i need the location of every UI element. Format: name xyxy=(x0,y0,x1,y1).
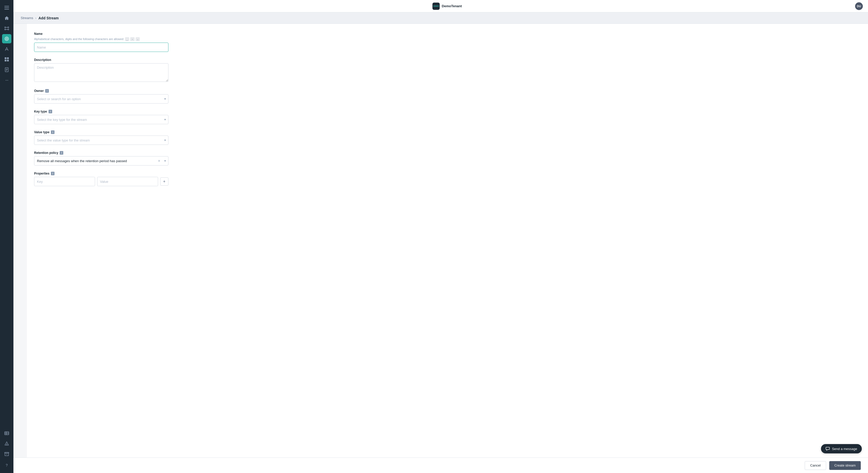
sidebar: ··· ? xyxy=(0,0,13,473)
svg-point-5 xyxy=(5,29,6,30)
owner-select[interactable]: Select or search for an option xyxy=(34,94,168,104)
properties-field-group: Properties i + xyxy=(34,172,168,186)
key-type-label: Key type i xyxy=(34,110,168,113)
svg-rect-20 xyxy=(5,432,9,435)
archive-icon[interactable] xyxy=(2,449,11,459)
key-type-hint-icon: i xyxy=(49,110,52,113)
create-stream-button[interactable]: Create stream xyxy=(829,461,861,470)
key-type-select-wrapper: Select the key type for the stream ▾ xyxy=(34,115,168,124)
footer-bar: Cancel Create stream xyxy=(13,458,868,473)
topbar-center: DEMO DemoTenant xyxy=(432,3,462,10)
menu-icon[interactable] xyxy=(2,3,11,12)
more-icon[interactable]: ··· xyxy=(2,75,11,85)
retention-policy-label: Retention policy i xyxy=(34,151,168,155)
retention-policy-hint-icon: i xyxy=(60,151,63,155)
svg-rect-26 xyxy=(5,452,9,453)
name-field-group: Name Alphabetical characters, digits and… xyxy=(34,32,168,52)
value-type-field-group: Value type i Select the value type for t… xyxy=(34,130,168,145)
send-message-button[interactable]: Send a message xyxy=(821,444,862,453)
owner-field-group: Owner i Select or search for an option ▾ xyxy=(34,89,168,104)
properties-row: + xyxy=(34,177,168,186)
properties-key-input[interactable] xyxy=(34,177,95,186)
description-field-group: Description xyxy=(34,58,168,83)
breadcrumb-separator: › xyxy=(35,16,36,20)
svg-point-3 xyxy=(5,27,6,28)
name-label: Name xyxy=(34,32,168,36)
owner-hint-icon: i xyxy=(45,89,49,93)
svg-rect-14 xyxy=(5,60,6,62)
retention-policy-clear-button[interactable]: × xyxy=(157,159,161,163)
properties-value-input[interactable] xyxy=(97,177,158,186)
tenant-logo-badge: DEMO xyxy=(432,3,440,10)
name-hint-badges: _ - . xyxy=(125,37,140,41)
owner-select-wrapper: Select or search for an option ▾ xyxy=(34,94,168,104)
retention-policy-select[interactable]: Remove all messages when the retention p… xyxy=(34,156,168,166)
breadcrumb: Streams › Add Stream xyxy=(13,12,868,24)
grid-icon[interactable] xyxy=(2,55,11,64)
retention-policy-field-group: Retention policy i Remove all messages w… xyxy=(34,151,168,166)
retention-policy-select-wrapper: Remove all messages when the retention p… xyxy=(34,156,168,166)
svg-rect-1 xyxy=(4,7,9,8)
name-input[interactable] xyxy=(34,43,168,52)
name-badge-dot: . xyxy=(135,37,140,41)
key-type-field-group: Key type i Select the key type for the s… xyxy=(34,110,168,124)
value-type-select[interactable]: Select the value type for the stream xyxy=(34,136,168,145)
chat-icon xyxy=(826,447,830,451)
topbar: DEMO DemoTenant DU xyxy=(13,0,868,12)
svg-point-9 xyxy=(5,37,8,40)
svg-rect-13 xyxy=(7,57,9,59)
home-icon[interactable] xyxy=(2,13,11,23)
svg-point-6 xyxy=(8,29,9,30)
doc-icon[interactable] xyxy=(2,65,11,74)
user-avatar[interactable]: DU xyxy=(855,2,863,10)
name-badge-dash: - xyxy=(130,37,134,41)
flow-icon[interactable] xyxy=(2,24,11,33)
value-type-select-wrapper: Select the value type for the stream ▾ xyxy=(34,136,168,145)
tenant-name: DemoTenant xyxy=(442,4,462,8)
svg-rect-15 xyxy=(7,60,9,62)
svg-point-10 xyxy=(6,38,7,39)
value-type-hint-icon: i xyxy=(51,130,55,134)
description-input[interactable] xyxy=(34,63,168,82)
add-property-button[interactable]: + xyxy=(160,177,168,185)
svg-rect-12 xyxy=(5,57,6,59)
cancel-button[interactable]: Cancel xyxy=(805,461,826,470)
properties-label: Properties i xyxy=(34,172,168,175)
name-hint: Alphabetical characters, digits and the … xyxy=(34,37,168,41)
help-icon[interactable]: ? xyxy=(2,461,11,470)
breadcrumb-current: Add Stream xyxy=(38,16,59,20)
properties-hint-icon: i xyxy=(51,172,55,175)
connector-icon[interactable] xyxy=(2,44,11,54)
value-type-label: Value type i xyxy=(34,130,168,134)
add-stream-form: Name Alphabetical characters, digits and… xyxy=(34,32,168,186)
svg-point-4 xyxy=(8,27,9,28)
name-badge-underscore: _ xyxy=(125,37,129,41)
main-content: Name Alphabetical characters, digits and… xyxy=(27,24,868,473)
tenant-badge-text: DEMO xyxy=(433,5,439,7)
streams-icon[interactable] xyxy=(2,34,11,43)
description-label: Description xyxy=(34,58,168,62)
svg-rect-2 xyxy=(4,9,9,9)
key-type-select[interactable]: Select the key type for the stream xyxy=(34,115,168,124)
alert-icon[interactable] xyxy=(2,439,11,448)
svg-rect-0 xyxy=(4,6,9,6)
breadcrumb-parent[interactable]: Streams xyxy=(21,16,33,20)
table-icon[interactable] xyxy=(2,429,11,438)
owner-label: Owner i xyxy=(34,89,168,93)
